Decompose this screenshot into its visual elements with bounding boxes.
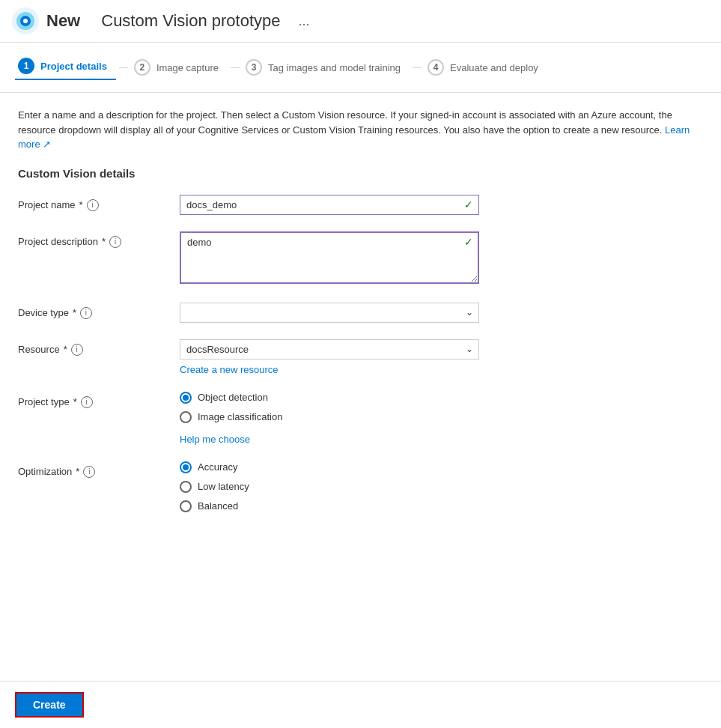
device-type-info-icon[interactable]: i [80, 307, 92, 319]
device-type-select[interactable] [180, 303, 479, 323]
more-options-button[interactable]: ... [299, 13, 310, 29]
low-latency-label: Low latency [198, 481, 249, 492]
object-detection-label: Object detection [198, 392, 268, 403]
device-type-label: Device type * i [18, 303, 168, 319]
optimization-row: Optimization * i Accuracy Low latency Ba… [18, 461, 703, 512]
step-2-image-capture[interactable]: 2 Image capture [131, 56, 228, 79]
optimization-control: Accuracy Low latency Balanced [180, 461, 479, 512]
project-name-control: ✓ [180, 195, 479, 215]
step-separator-2: — [228, 62, 243, 73]
project-name-input[interactable] [180, 195, 479, 215]
project-description-row: Project description * i demo ✓ [18, 231, 703, 286]
step-separator-3: — [410, 62, 425, 73]
resource-control: docsResource ⌄ Create a new resource [180, 339, 479, 375]
low-latency-radio[interactable] [180, 481, 192, 493]
required-star-type: * [73, 396, 77, 407]
balanced-radio[interactable] [180, 500, 192, 512]
step-4-label: Evaluate and deploy [450, 62, 538, 73]
device-type-row: Device type * i ⌄ [18, 303, 703, 323]
project-name-row: Project name * i ✓ [18, 195, 703, 215]
optimization-low-latency[interactable]: Low latency [180, 481, 479, 493]
optimization-accuracy[interactable]: Accuracy [180, 461, 479, 473]
resource-select[interactable]: docsResource [180, 339, 479, 360]
device-type-control: ⌄ [180, 303, 479, 323]
resource-row: Resource * i docsResource ⌄ Create a new… [18, 339, 703, 375]
bottom-bar: Create [0, 681, 721, 728]
content-area: Enter a name and a description for the p… [0, 93, 721, 589]
step-4-evaluate-deploy[interactable]: 4 Evaluate and deploy [425, 56, 547, 79]
step-4-circle: 4 [428, 59, 444, 76]
project-type-object-detection[interactable]: Object detection [180, 392, 479, 404]
header: New Custom Vision prototype ... [0, 0, 721, 43]
project-type-label: Project type * i [18, 392, 168, 408]
step-3-circle: 3 [246, 59, 262, 76]
header-left: New [12, 7, 80, 34]
step-1-label: Project details [40, 61, 107, 72]
project-type-radio-group: Object detection Image classification He… [180, 392, 479, 445]
step-3-tag-images[interactable]: 3 Tag images and model training [243, 56, 410, 79]
step-separator-1: — [116, 62, 131, 73]
optimization-info-icon[interactable]: i [83, 466, 95, 478]
project-type-control: Object detection Image classification He… [180, 392, 479, 445]
project-name-check-icon: ✓ [464, 198, 473, 210]
resource-label: Resource * i [18, 339, 168, 356]
required-star-device: * [73, 307, 76, 318]
required-star-desc: * [102, 236, 106, 247]
create-button[interactable]: Create [15, 692, 84, 718]
resource-select-wrapper: docsResource ⌄ [180, 339, 479, 360]
optimization-balanced[interactable]: Balanced [180, 500, 479, 512]
accuracy-label: Accuracy [198, 461, 237, 473]
project-name-label: Project name * i [18, 195, 168, 211]
optimization-label: Optimization * i [18, 461, 168, 478]
section-heading: Custom Vision details [18, 167, 703, 180]
accuracy-radio[interactable] [180, 461, 192, 473]
project-name-info-icon[interactable]: i [87, 199, 99, 211]
required-star: * [79, 199, 83, 210]
balanced-label: Balanced [198, 500, 238, 512]
app-label: New [46, 11, 80, 31]
resource-info-icon[interactable]: i [71, 344, 83, 356]
device-type-select-wrapper: ⌄ [180, 303, 479, 323]
project-description-control: demo ✓ [180, 231, 479, 286]
project-description-check-icon: ✓ [464, 236, 473, 248]
step-3-label: Tag images and model training [268, 62, 401, 73]
project-description-input[interactable]: demo [180, 231, 479, 284]
image-classification-radio[interactable] [180, 411, 192, 423]
help-me-choose-link[interactable]: Help me choose [180, 434, 479, 445]
svg-point-3 [23, 19, 28, 23]
image-classification-label: Image classification [198, 411, 282, 422]
object-detection-radio[interactable] [180, 392, 192, 404]
project-description-label: Project description * i [18, 231, 168, 248]
project-type-image-classification[interactable]: Image classification [180, 411, 479, 423]
learn-more-link[interactable]: Learn more ↗ [18, 124, 690, 151]
project-type-info-icon[interactable]: i [81, 396, 93, 408]
required-star-opt: * [76, 466, 79, 477]
step-2-label: Image capture [156, 62, 219, 73]
project-description-textarea-wrapper: demo ✓ [180, 231, 479, 286]
required-star-resource: * [64, 344, 67, 355]
page-title: Custom Vision prototype [101, 11, 280, 31]
optimization-radio-group: Accuracy Low latency Balanced [180, 461, 479, 512]
azure-custom-vision-icon [12, 7, 39, 34]
project-name-input-wrapper: ✓ [180, 195, 479, 215]
wizard-steps: 1 Project details — 2 Image capture — 3 … [0, 43, 721, 93]
project-type-row: Project type * i Object detection Image … [18, 392, 703, 445]
step-1-circle: 1 [18, 58, 34, 74]
project-description-info-icon[interactable]: i [109, 236, 121, 248]
info-description: Enter a name and a description for the p… [18, 108, 703, 152]
step-1-project-details[interactable]: 1 Project details [15, 55, 116, 80]
step-2-circle: 2 [134, 59, 150, 76]
create-resource-link[interactable]: Create a new resource [180, 364, 479, 375]
